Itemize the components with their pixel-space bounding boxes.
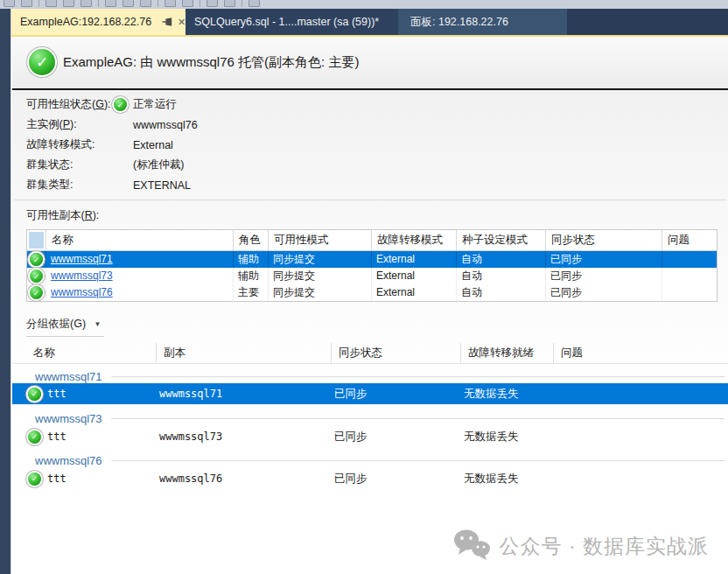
property-label: 故障转移模式:	[26, 137, 114, 152]
tab-example-ag[interactable]: ExampleAG:192.168.22.76 ✕	[11, 9, 186, 35]
databases-table-header: 名称 副本 同步状态 故障转移就绪 问题	[12, 343, 728, 364]
property-label: 群集状态:	[26, 158, 114, 172]
property-label: 主实例(P):	[26, 117, 114, 132]
status-column-header[interactable]	[27, 230, 46, 250]
toolbar-icon[interactable]	[80, 0, 92, 7]
dashboard-header: ✓ ExampleAG: 由 wwwmssql76 托管(副本角色: 主要)	[12, 37, 728, 90]
cell-database-name: ttt	[47, 388, 152, 400]
toolbar-icon[interactable]	[164, 0, 176, 7]
database-row[interactable]: ✓ ttt wwwmssql76 已同步 无数据丢失	[12, 468, 728, 489]
cell-sync-state: 已同步	[546, 284, 662, 301]
tab-label: ExampleAG:192.168.22.76	[20, 16, 151, 28]
replica-link[interactable]: wwwmssql73	[51, 270, 113, 282]
cell-role: 主要	[234, 284, 269, 301]
toolbar-icon[interactable]	[105, 0, 116, 7]
property-value: EXTERNAL	[133, 179, 191, 192]
group-name: wwwmssql73	[35, 412, 102, 425]
properties-panel: 可用性组状态(G): ✓ 正常运行 主实例(P): wwwmssql76 故障转…	[26, 94, 464, 195]
column-header[interactable]: 可用性模式	[269, 230, 372, 250]
column-header[interactable]: 同步状态	[331, 343, 460, 363]
cell-seeding-mode: 自动	[457, 268, 546, 284]
column-header[interactable]: 角色	[234, 230, 269, 250]
toolbar-icon[interactable]	[21, 0, 32, 7]
cell-seeding-mode: 自动	[457, 284, 546, 301]
cell-availability-mode: 同步提交	[269, 268, 372, 284]
column-header[interactable]: 同步状态	[546, 230, 662, 250]
property-value: External	[133, 139, 173, 151]
cell-failover-mode: External	[372, 284, 457, 301]
group-rule	[111, 376, 724, 377]
column-header[interactable]: 名称	[46, 230, 234, 250]
pin-icon[interactable]	[162, 16, 172, 28]
database-row[interactable]: ✓ ttt wwwmssql71 已同步 无数据丢失	[12, 383, 728, 404]
column-header[interactable]: 问题	[662, 230, 717, 250]
dashboard-title: ExampleAG: 由 wwwmssql76 托管(副本角色: 主要)	[63, 54, 359, 71]
replica-link[interactable]: wwwmssql76	[51, 286, 113, 298]
cell-failover-readiness: 无数据丢失	[457, 472, 550, 486]
column-header[interactable]: 名称	[33, 343, 156, 363]
cell-sync-state: 已同步	[327, 430, 457, 444]
cell-database-name: ttt	[47, 430, 152, 443]
toolbar-icon[interactable]	[140, 0, 151, 7]
cell-sync-state: 已同步	[546, 268, 662, 284]
ssms-window: ✕ ExampleAG:192.168.22.76 ✕ SQLQuery6.sq…	[0, 0, 728, 574]
property-row: 可用性组状态(G): ✓ 正常运行	[26, 94, 464, 115]
toolbar-icon[interactable]	[248, 0, 260, 7]
tab-sqlquery[interactable]: SQLQuery6.sql - 1....master (sa (59))*	[186, 9, 398, 35]
property-row: 群集类型: EXTERNAL	[26, 175, 464, 195]
cell-sync-state: 已同步	[327, 387, 457, 402]
document-tab-bar: ✕ ExampleAG:192.168.22.76 ✕ SQLQuery6.sq…	[0, 9, 728, 35]
toolbar-icon[interactable]	[206, 0, 218, 7]
database-row[interactable]: ✓ ttt wwwmssql73 已同步 无数据丢失	[12, 426, 728, 447]
property-label: 可用性组状态(G):	[26, 97, 114, 112]
table-row[interactable]: ✓ wwwmssql76 主要 同步提交 External 自动 已同步	[27, 284, 717, 301]
healthy-status-icon: ✓	[28, 388, 41, 401]
toolbar-icon[interactable]	[182, 0, 193, 7]
replicas-table-header: 名称 角色 可用性模式 故障转移模式 种子设定模式 同步状态 问题	[27, 230, 717, 251]
tab-dashboard[interactable]: 面板: 192.168.22.76	[398, 9, 567, 35]
group-name: wwwmssql76	[35, 454, 102, 467]
group-header[interactable]: wwwmssql71	[12, 368, 728, 385]
toolbar-icon[interactable]	[224, 0, 235, 7]
column-header[interactable]: 故障转移就绪	[460, 343, 553, 363]
group-header[interactable]: wwwmssql76	[12, 452, 728, 469]
replica-link[interactable]: wwwmssql71	[51, 253, 113, 265]
column-header[interactable]: 种子设定模式	[457, 230, 546, 250]
toolbar-icon[interactable]	[122, 0, 134, 7]
toolbar-separator	[38, 0, 39, 7]
healthy-status-icon: ✓	[28, 472, 41, 486]
group-by-dropdown[interactable]: 分组依据(G) ▼	[26, 315, 104, 337]
table-row[interactable]: ✓ wwwmssql71 辅助 同步提交 External 自动 已同步	[27, 251, 717, 268]
cell-replica: wwwmssql76	[152, 472, 327, 485]
left-dock-strip[interactable]	[0, 9, 11, 574]
group-name: wwwmssql71	[35, 370, 102, 383]
property-label: 群集类型:	[26, 178, 114, 192]
cell-issues	[662, 268, 717, 284]
section-divider	[14, 200, 726, 200]
group-header[interactable]: wwwmssql73	[12, 410, 728, 427]
watermark: 公众号 · 数据库实战派	[452, 528, 709, 564]
cell-role: 辅助	[234, 251, 269, 268]
toolbar-separator	[158, 0, 158, 7]
toolbar-separator	[200, 0, 200, 7]
property-value: 正常运行	[133, 97, 177, 112]
cell-failover-readiness: 无数据丢失	[457, 387, 550, 402]
cell-failover-mode: External	[372, 251, 457, 268]
group-rule	[111, 418, 724, 419]
cell-sync-state: 已同步	[546, 251, 662, 268]
column-header[interactable]: 故障转移模式	[372, 230, 457, 250]
column-header[interactable]: 副本	[156, 343, 331, 363]
cell-replica: wwwmssql71	[152, 388, 327, 400]
close-icon[interactable]: ✕	[178, 16, 186, 28]
cell-seeding-mode: 自动	[457, 251, 546, 268]
healthy-status-icon: ✓	[29, 49, 55, 75]
table-row[interactable]: ✓ wwwmssql73 辅助 同步提交 External 自动 已同步	[27, 268, 717, 284]
wechat-icon	[452, 528, 491, 564]
column-header[interactable]: 问题	[553, 343, 728, 363]
toolbar-icon[interactable]	[4, 0, 15, 7]
cell-availability-mode: 同步提交	[269, 284, 372, 301]
healthy-status-icon: ✓	[30, 270, 43, 283]
property-row: 群集状态: (标准仲裁)	[26, 155, 464, 175]
toolbar-icon[interactable]	[63, 0, 74, 7]
toolbar-icon[interactable]	[46, 0, 57, 7]
